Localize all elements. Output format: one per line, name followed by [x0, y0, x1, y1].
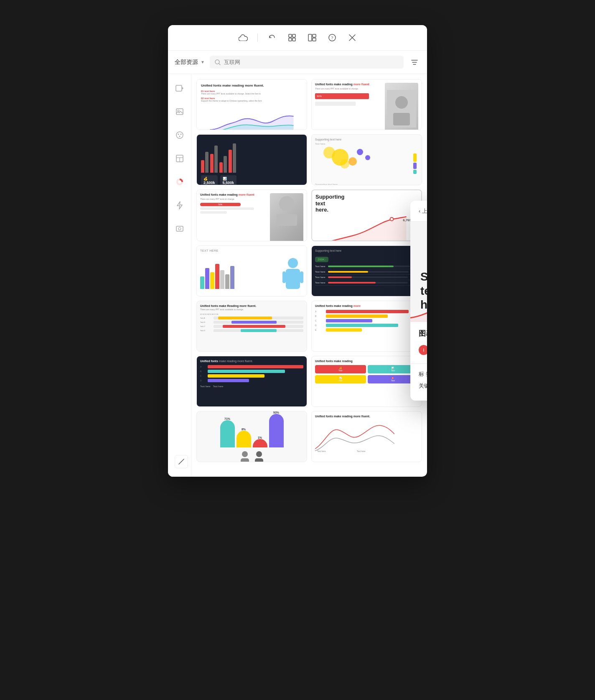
- source-selector[interactable]: 全部资源 ▼: [175, 59, 205, 66]
- card-14[interactable]: Unified fonts make reading more fluent. …: [311, 411, 422, 462]
- card-8[interactable]: Supporting text here 200K↑ Text here 4.3…: [311, 245, 422, 296]
- svg-rect-43: [286, 269, 300, 289]
- svg-point-22: [180, 134, 181, 135]
- svg-point-20: [176, 132, 183, 138]
- card-7[interactable]: TEXT HERE: [196, 245, 307, 296]
- svg-point-30: [178, 227, 181, 230]
- card1-title: Unified fonts make reading more fluent.: [201, 84, 303, 87]
- svg-rect-16: [176, 85, 182, 91]
- svg-rect-38: [393, 113, 410, 125]
- svg-rect-45: [300, 271, 303, 283]
- sidebar-item-palette[interactable]: [172, 128, 187, 143]
- toolbar-divider: [257, 33, 258, 42]
- popup-chart-title: Supportingtexthere.: [420, 270, 427, 312]
- svg-rect-47: [241, 458, 249, 462]
- popup-tags: 标 签 培训课件 计划总结 商业计划书 发布会 商务 竞聘简历 关键词 企业介绍…: [410, 364, 427, 401]
- svg-rect-5: [313, 34, 316, 37]
- chevron-down-icon: ▼: [201, 60, 205, 64]
- search-bar[interactable]: [210, 56, 404, 69]
- cloud-icon[interactable]: [237, 32, 249, 43]
- svg-point-46: [242, 451, 248, 457]
- card-10[interactable]: Unified fonts make reading more A B: [311, 301, 422, 352]
- source-label: 全部资源: [175, 59, 198, 66]
- sidebar: [168, 74, 191, 477]
- popup-nav: ‹ 上一个 下一个 ›: [419, 207, 427, 215]
- svg-point-37: [395, 96, 408, 109]
- svg-point-42: [288, 258, 298, 268]
- svg-text:Text here: Text here: [317, 450, 326, 452]
- svg-rect-0: [289, 34, 292, 37]
- tags-key: 标 签: [419, 370, 427, 378]
- card-1[interactable]: Unified fonts make reading more fluent. …: [196, 79, 307, 130]
- main-window: ? 全部资源 ▼: [168, 25, 427, 477]
- card-4[interactable]: Supporting text here Text here: [311, 134, 422, 185]
- sidebar-item-lightning[interactable]: [172, 198, 187, 213]
- layout-icon[interactable]: [306, 32, 318, 43]
- detail-popup: ‹ 上一个 下一个 › × Supportingtexthere. 6,769K…: [410, 201, 427, 401]
- expand-button[interactable]: [175, 455, 188, 468]
- grid-icon[interactable]: [286, 32, 298, 43]
- popup-chart-name: 图表 | 橙色扁平PPT曲线图: [419, 329, 427, 338]
- tag-row-labels: 标 签 培训课件 计划总结 商业计划书 发布会 商务 竞聘简历: [419, 370, 427, 378]
- card-12[interactable]: Unified fonts make reading 💰 Text 📊 Text: [311, 356, 422, 407]
- card-11[interactable]: Unified fonts make reading more fluent. …: [196, 356, 307, 407]
- refresh-icon[interactable]: [266, 32, 278, 43]
- header: 全部资源 ▼: [168, 51, 427, 74]
- svg-marker-17: [182, 87, 183, 89]
- person-icon: [253, 450, 265, 462]
- sidebar-item-photo[interactable]: [172, 221, 187, 236]
- svg-rect-1: [292, 34, 295, 37]
- grid-area: Unified fonts make reading more fluent. …: [191, 74, 427, 467]
- prev-button[interactable]: ‹ 上一个: [419, 207, 427, 215]
- svg-point-23: [179, 136, 180, 137]
- svg-rect-4: [308, 34, 312, 41]
- svg-line-12: [219, 64, 220, 65]
- svg-line-52: [179, 462, 181, 464]
- svg-rect-3: [292, 38, 295, 41]
- filter-icon[interactable]: [409, 56, 420, 68]
- toolbar: ?: [168, 25, 427, 51]
- svg-point-41: [390, 217, 394, 221]
- svg-rect-6: [313, 38, 316, 41]
- keywords-key: 关键词: [419, 382, 427, 390]
- svg-rect-18: [176, 109, 183, 115]
- svg-rect-40: [276, 214, 297, 226]
- author-avatar: i: [419, 345, 427, 355]
- popup-header: ‹ 上一个 下一个 › ×: [410, 201, 427, 222]
- svg-point-39: [279, 196, 294, 211]
- content-area: Unified fonts make reading more fluent. …: [168, 74, 427, 477]
- sidebar-item-image[interactable]: [172, 104, 187, 119]
- popup-preview: Supportingtexthere. 6,769K Theme color m…: [410, 222, 427, 322]
- sidebar-item-chart[interactable]: [172, 174, 187, 189]
- svg-text:Text here: Text here: [357, 450, 366, 452]
- svg-text:?: ?: [331, 35, 333, 40]
- svg-line-53: [181, 459, 184, 462]
- card-2[interactable]: Unified fonts make reading more fluent T…: [311, 79, 422, 130]
- svg-point-28: [178, 180, 181, 184]
- popup-meta: 图表 | 橙色扁平PPT曲线图 编号 #617708 ⧉ i iSlide: [410, 322, 427, 364]
- card2-title: Unified fonts make reading more fluent: [315, 83, 382, 86]
- person-icon: [239, 450, 251, 462]
- search-icon: [215, 59, 221, 65]
- card-3[interactable]: 💰 2,500k text here 📊 5,500k text here: [196, 134, 307, 185]
- svg-point-21: [178, 134, 179, 135]
- popup-author-row: i iSlide: [419, 343, 427, 357]
- close-icon[interactable]: [346, 32, 358, 43]
- svg-point-19: [178, 110, 179, 112]
- popup-author: i iSlide: [419, 345, 427, 355]
- card-9[interactable]: Unified fonts make Reading more fluent. …: [196, 301, 307, 352]
- keyword-row: 关键词 企业介绍 工作总结 演讲培训 金融 路演 简约 互联网: [419, 382, 427, 390]
- card-6[interactable]: Supportingtexthere. 6,769K Theme color m…: [311, 189, 422, 241]
- sidebar-item-layout[interactable]: [172, 151, 187, 166]
- svg-rect-49: [255, 458, 263, 462]
- card-5[interactable]: Unified fonts make reading more fluent T…: [196, 189, 307, 241]
- card-13[interactable]: 71% 8% 1% 9: [196, 411, 307, 462]
- search-input[interactable]: [224, 59, 399, 65]
- help-icon[interactable]: ?: [326, 32, 338, 43]
- svg-rect-44: [282, 271, 286, 283]
- svg-rect-2: [289, 38, 292, 41]
- svg-rect-29: [176, 226, 183, 231]
- svg-point-48: [256, 451, 262, 457]
- sidebar-item-video[interactable]: [172, 81, 187, 96]
